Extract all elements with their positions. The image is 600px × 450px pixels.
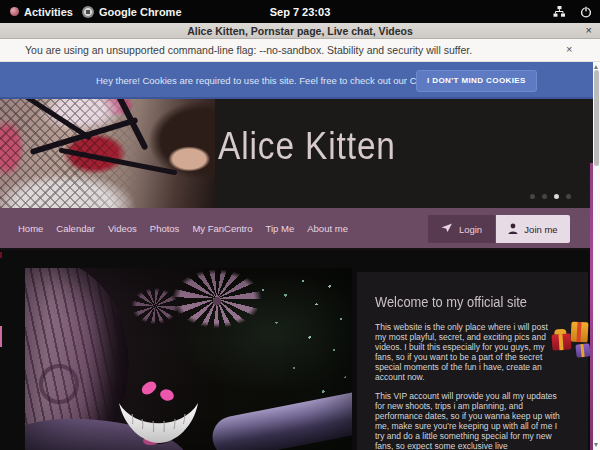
site-title: Alice Kitten bbox=[218, 125, 396, 168]
welcome-paragraph-1: This website is the only place where i w… bbox=[375, 323, 560, 382]
flower-art bbox=[117, 278, 193, 334]
gift-icon bbox=[551, 333, 571, 350]
activities-label: Activities bbox=[24, 6, 73, 18]
window-title-bar: Alice Kitten, Pornstar page, Live chat, … bbox=[0, 23, 600, 39]
person-icon bbox=[508, 223, 518, 236]
app-label: Google Chrome bbox=[99, 6, 182, 18]
cheshire-cat-image bbox=[25, 268, 352, 450]
main-navbar: Home Calendar Videos Photos My FanCentro… bbox=[0, 208, 593, 250]
scrollbar[interactable] bbox=[593, 62, 600, 450]
nav-item-calendar[interactable]: Calendar bbox=[56, 223, 95, 234]
tree-swirl-art bbox=[39, 364, 79, 404]
activities-button[interactable]: Activities bbox=[10, 0, 73, 23]
flower-art bbox=[140, 268, 280, 338]
main-content: Welcome to my official site This website… bbox=[0, 250, 593, 450]
scrollbar-thumb[interactable] bbox=[594, 70, 599, 166]
nav-item-tip-me[interactable]: Tip Me bbox=[266, 223, 295, 234]
login-button[interactable]: Login bbox=[428, 215, 495, 243]
chrome-icon bbox=[82, 6, 94, 18]
nav-item-videos[interactable]: Videos bbox=[108, 223, 137, 234]
nav-item-photos[interactable]: Photos bbox=[150, 223, 180, 234]
hero-art bbox=[30, 117, 139, 155]
sparkles-art bbox=[130, 268, 352, 450]
carousel-dot-2[interactable] bbox=[542, 194, 547, 199]
hero-art bbox=[59, 148, 178, 176]
site-header: Alice Kitten bbox=[0, 99, 593, 208]
cookie-banner: Hey there! Cookies are required to use t… bbox=[0, 62, 593, 99]
chrome-warning-bar: You are using an unsupported command-lin… bbox=[0, 39, 600, 62]
login-label: Login bbox=[459, 224, 482, 235]
join-me-label: Join me bbox=[524, 224, 557, 235]
warning-close-icon[interactable]: × bbox=[566, 43, 572, 55]
carousel-dot-1[interactable] bbox=[530, 194, 535, 199]
scrollbar-up-arrow[interactable] bbox=[594, 65, 598, 69]
branch-art bbox=[25, 411, 190, 450]
system-tray[interactable] bbox=[553, 0, 592, 23]
active-app-menu[interactable]: Google Chrome bbox=[82, 0, 182, 23]
recording-dot-icon bbox=[10, 7, 19, 16]
carousel-dot-4[interactable] bbox=[566, 194, 571, 199]
accept-cookies-button[interactable]: I DON'T MIND COOKIES bbox=[416, 70, 537, 92]
nav-list: Home Calendar Videos Photos My FanCentro… bbox=[18, 208, 348, 248]
welcome-heading: Welcome to my official site bbox=[375, 294, 545, 310]
carousel-dots bbox=[530, 194, 571, 199]
carousel-dot-3-active[interactable] bbox=[554, 194, 559, 199]
gift-icon bbox=[570, 322, 588, 343]
nav-item-about-me[interactable]: About me bbox=[307, 223, 348, 234]
system-top-bar: Sep 7 23:03 Activities Google Chrome bbox=[0, 0, 600, 23]
hero-art bbox=[12, 99, 92, 141]
join-me-button[interactable]: Join me bbox=[496, 215, 570, 243]
scrollbar-down-arrow[interactable] bbox=[594, 443, 598, 447]
hero-photo bbox=[0, 99, 215, 208]
page-edge-accent bbox=[0, 252, 2, 258]
gift-boxes-widget[interactable] bbox=[551, 321, 597, 367]
page-edge-accent bbox=[0, 326, 2, 347]
tree-trunk-art bbox=[25, 268, 129, 450]
welcome-paragraph-2: This VIP account will provide you all my… bbox=[375, 392, 560, 450]
send-arrow-icon bbox=[441, 223, 453, 235]
branch-art bbox=[209, 380, 352, 450]
desktop-screen: Sep 7 23:03 Activities Google Chrome bbox=[0, 0, 600, 450]
gift-icon bbox=[575, 343, 590, 357]
nav-item-home[interactable]: Home bbox=[18, 223, 43, 234]
window-close-icon[interactable]: × bbox=[586, 24, 592, 36]
hero-art bbox=[113, 99, 148, 151]
window-title: Alice Kitten, Pornstar page, Live chat, … bbox=[187, 25, 413, 37]
nav-item-my-fancentro[interactable]: My FanCentro bbox=[192, 223, 252, 234]
warning-message: You are using an unsupported command-lin… bbox=[25, 44, 472, 56]
network-icon[interactable] bbox=[553, 6, 566, 17]
cheshire-smile-art bbox=[111, 376, 211, 446]
power-icon[interactable] bbox=[580, 6, 592, 18]
